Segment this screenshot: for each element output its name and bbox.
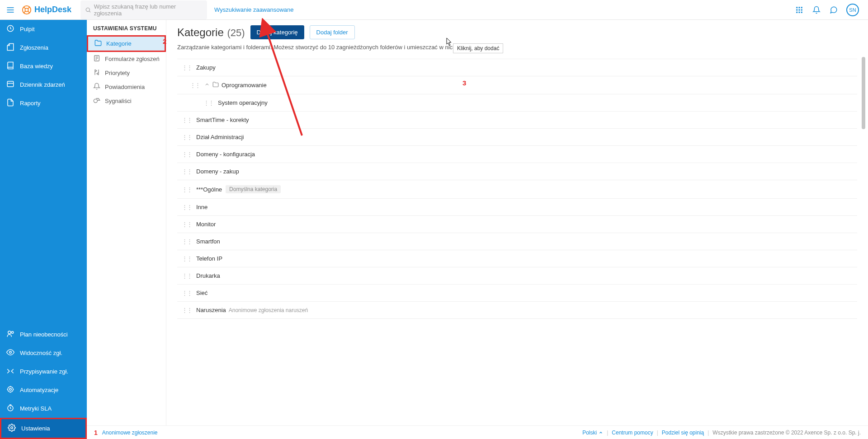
category-row[interactable]: ⋮⋮Domeny - zakup <box>177 163 857 180</box>
apps-icon[interactable] <box>795 5 804 14</box>
svg-rect-19 <box>801 11 802 13</box>
scrollbar[interactable] <box>862 57 865 421</box>
scrollbar-thumb[interactable] <box>862 57 865 129</box>
nav-label: Zgłoszenia <box>20 44 48 51</box>
drag-handle-icon[interactable]: ⋮⋮ <box>182 307 192 313</box>
drag-handle-icon[interactable]: ⋮⋮ <box>182 117 192 123</box>
nav-item-absence[interactable]: Plan nieobecności <box>0 325 87 344</box>
category-label: Telefon IP <box>196 255 222 262</box>
submenu-item-form[interactable]: Formularze zgłoszeń <box>87 52 166 66</box>
category-row[interactable]: ⋮⋮***OgólneDomyślna kategoria <box>177 180 857 199</box>
chat-icon[interactable] <box>829 5 838 14</box>
submenu-item-bell[interactable]: Powiadomienia <box>87 80 166 94</box>
category-row[interactable]: ⋮⋮Domeny - konfiguracja <box>177 146 857 163</box>
nav-item-journal[interactable]: Dziennik zdarzeń <box>0 75 87 94</box>
add-category-button[interactable]: Dodaj kategorię <box>250 25 304 39</box>
add-folder-button[interactable]: Dodaj folder <box>310 25 355 39</box>
advanced-search-link[interactable]: Wyszukiwanie zaawansowane <box>214 6 293 13</box>
category-row[interactable]: ⋮⋮Telefon IP <box>177 250 857 267</box>
automation-icon <box>6 385 20 395</box>
anonymous-report-link[interactable]: Anonimowe zgłoszenie <box>102 430 158 436</box>
drag-handle-icon[interactable]: ⋮⋮ <box>182 64 192 71</box>
category-row[interactable]: ⋮⋮Oprogramowanie <box>177 76 857 94</box>
drag-handle-icon[interactable]: ⋮⋮ <box>182 134 192 140</box>
svg-point-34 <box>94 99 97 103</box>
svg-rect-14 <box>796 9 797 10</box>
visibility-icon <box>6 348 20 358</box>
nav-label: Widoczność zgł. <box>20 350 62 356</box>
drag-handle-icon[interactable]: ⋮⋮ <box>182 221 192 228</box>
help-center-link[interactable]: Centrum pomocy <box>612 430 653 436</box>
category-row[interactable]: ⋮⋮System operacyjny <box>177 94 857 112</box>
nav-label: Przypisywanie zgł. <box>20 368 68 375</box>
drag-handle-icon[interactable]: ⋮⋮ <box>182 238 192 245</box>
drag-handle-icon[interactable]: ⋮⋮ <box>182 186 192 193</box>
category-row[interactable]: ⋮⋮Sieć <box>177 285 857 302</box>
annotation-3: 3 <box>462 79 466 87</box>
category-label: System operacyjny <box>218 99 268 106</box>
page-count: (25) <box>227 27 245 38</box>
drag-handle-icon[interactable]: ⋮⋮ <box>182 290 192 296</box>
main-content: Kategorie (25) Dodaj kategorię Dodaj fol… <box>166 0 868 439</box>
drag-handle-icon[interactable]: ⋮⋮ <box>182 272 192 279</box>
nav-item-assign[interactable]: Przypisywanie zgł. <box>0 362 87 381</box>
knowledge-icon <box>6 61 20 71</box>
assign-icon <box>6 367 20 376</box>
svg-point-25 <box>9 351 12 354</box>
category-row[interactable]: ⋮⋮Inne <box>177 199 857 216</box>
svg-rect-16 <box>801 9 802 10</box>
drag-handle-icon[interactable]: ⋮⋮ <box>203 99 213 106</box>
submenu-label: Powiadomienia <box>105 84 145 90</box>
nav-item-settings[interactable]: Ustawienia <box>0 418 87 439</box>
submenu-item-priority[interactable]: Priorytety <box>87 66 166 80</box>
whistle-icon <box>93 97 105 105</box>
main-sidebar: PulpitZgłoszeniaBaza wiedzyDziennik zdar… <box>0 0 87 439</box>
drag-handle-icon[interactable]: ⋮⋮ <box>182 151 192 158</box>
hamburger-menu[interactable] <box>5 4 16 16</box>
category-row[interactable]: ⋮⋮Smartfon <box>177 233 857 250</box>
category-row[interactable]: ⋮⋮SmartTime - korekty <box>177 112 857 129</box>
search-input[interactable]: Wpisz szukaną frazę lub numer zgłoszenia <box>80 0 207 19</box>
category-row[interactable]: ⋮⋮Zakupy <box>177 59 857 76</box>
footer: 1 Anonimowe zgłoszenie Polski | Centrum … <box>87 425 868 439</box>
submenu-item-whistle[interactable]: Sygnaliści <box>87 94 166 108</box>
user-avatar[interactable]: SN <box>846 4 859 16</box>
category-row[interactable]: ⋮⋮Monitor <box>177 216 857 233</box>
svg-line-10 <box>90 11 90 12</box>
chevron-down-icon[interactable] <box>204 82 210 89</box>
search-icon <box>85 7 91 13</box>
submenu-item-folder[interactable]: Kategorie <box>87 35 166 52</box>
nav-item-tickets[interactable]: Zgłoszenia <box>0 38 87 57</box>
nav-item-dashboard[interactable]: Pulpit <box>0 20 87 38</box>
category-row[interactable]: ⋮⋮Dział Administracji <box>177 129 857 146</box>
nav-item-automation[interactable]: Automatyzacje <box>0 381 87 399</box>
nav-item-visibility[interactable]: Widoczność zgł. <box>0 344 87 362</box>
bell-icon[interactable] <box>812 5 821 14</box>
category-label: Oprogramowanie <box>222 82 267 89</box>
svg-point-26 <box>8 387 13 392</box>
svg-rect-12 <box>799 7 800 8</box>
drag-handle-icon[interactable]: ⋮⋮ <box>182 255 192 262</box>
nav-item-knowledge[interactable]: Baza wiedzy <box>0 57 87 75</box>
language-selector[interactable]: Polski <box>582 430 603 436</box>
category-row[interactable]: ⋮⋮Drukarka <box>177 267 857 285</box>
category-label: ***Ogólne <box>196 186 222 193</box>
nav-label: Ustawienia <box>21 425 50 432</box>
feedback-link[interactable]: Podziel się opinią <box>662 430 704 436</box>
app-logo[interactable]: HelpDesk <box>22 5 71 15</box>
category-row[interactable]: ⋮⋮NaruszeniaAnonimowe zgłoszenia narusze… <box>177 302 857 319</box>
annotation-1: 1 <box>94 429 98 436</box>
submenu-title: USTAWIENIA SYSTEMU <box>87 25 166 35</box>
submenu-label: Formularze zgłoszeń <box>105 56 160 62</box>
svg-rect-18 <box>799 11 800 13</box>
drag-handle-icon[interactable]: ⋮⋮ <box>190 82 200 89</box>
cursor-icon <box>446 37 454 46</box>
category-label: Zakupy <box>196 64 216 71</box>
category-label: Sieć <box>196 290 208 296</box>
drag-handle-icon[interactable]: ⋮⋮ <box>182 204 192 210</box>
lifebuoy-icon <box>22 5 32 15</box>
drag-handle-icon[interactable]: ⋮⋮ <box>182 168 192 175</box>
nav-item-reports[interactable]: Raporty <box>0 94 87 112</box>
reports-icon <box>6 98 20 108</box>
nav-item-sla[interactable]: Metryki SLA <box>0 399 87 418</box>
